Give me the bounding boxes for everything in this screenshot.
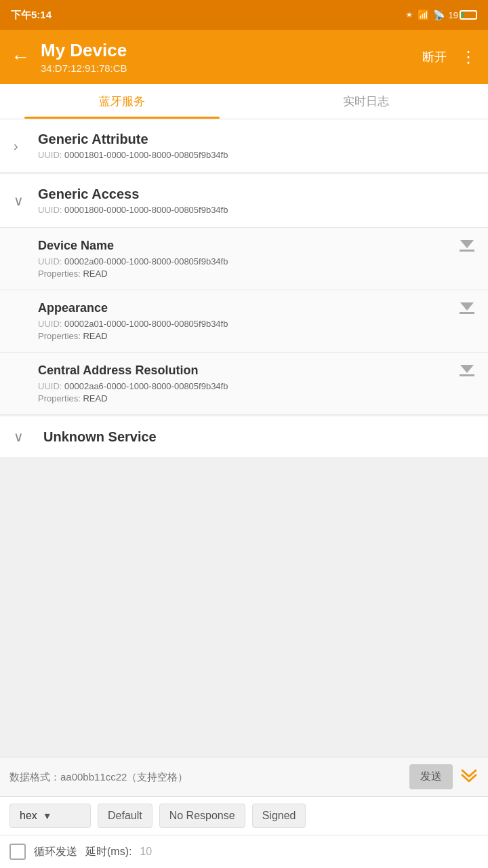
service-info: Generic Attribute UUID: 00001801-0000-10… xyxy=(38,132,474,160)
bottom-panel: 发送 hex ▼ Default No Response Signed 循环发送… xyxy=(0,757,488,868)
base-shape xyxy=(460,374,474,376)
delay-value[interactable]: 10 xyxy=(140,846,152,858)
char-actions xyxy=(453,363,474,376)
device-address: 34:D7:12:91:78:CB xyxy=(41,62,411,74)
loop-row: 循环发送 延时(ms): 10 xyxy=(0,835,488,868)
characteristic-device-name: Device Name UUID: 00002a00-0000-1000-800… xyxy=(0,228,488,290)
chevron-down-icon: ∨ xyxy=(14,429,33,445)
char-properties: Properties: READ xyxy=(38,269,453,279)
status-time: 下午5:14 xyxy=(11,9,52,22)
write-type-default[interactable]: Default xyxy=(98,804,152,828)
arrow-shape xyxy=(460,302,474,311)
char-uuid: UUID: 00002aa6-0000-1000-8000-00805f9b34… xyxy=(38,381,453,391)
char-properties: Properties: READ xyxy=(38,393,453,403)
characteristic-central-address: Central Address Resolution UUID: 00002aa… xyxy=(0,353,488,415)
char-uuid: UUID: 00002a01-0000-1000-8000-00805f9b34… xyxy=(38,319,453,329)
expand-icon[interactable] xyxy=(460,768,479,787)
more-menu-button[interactable]: ⋮ xyxy=(460,47,477,66)
characteristic-appearance: Appearance UUID: 00002a01-0000-1000-8000… xyxy=(0,290,488,353)
tab-log[interactable]: 实时日志 xyxy=(244,84,488,119)
service-name: Unknown Service xyxy=(43,429,157,445)
arrow-shape xyxy=(460,240,474,248)
char-info: Appearance UUID: 00002a01-0000-1000-8000… xyxy=(38,301,453,341)
disconnect-button[interactable]: 断开 xyxy=(422,49,447,65)
loop-checkbox[interactable] xyxy=(9,844,26,860)
wifi-icon: 📡 xyxy=(433,9,445,20)
app-header: ← My Device 34:D7:12:91:78:CB 断开 ⋮ xyxy=(0,30,488,84)
base-shape xyxy=(460,312,474,314)
header-title-block: My Device 34:D7:12:91:78:CB xyxy=(41,40,411,74)
tab-bluetooth[interactable]: 蓝牙服务 xyxy=(0,84,244,119)
char-name: Device Name xyxy=(38,239,453,253)
service-generic-attribute: › Generic Attribute UUID: 00001801-0000-… xyxy=(0,119,488,173)
char-info: Central Address Resolution UUID: 00002aa… xyxy=(38,363,453,403)
char-properties: Properties: READ xyxy=(38,331,453,341)
download-icon xyxy=(460,365,474,376)
char-info: Device Name UUID: 00002a00-0000-1000-800… xyxy=(38,239,453,279)
read-button[interactable] xyxy=(460,302,474,314)
battery-box xyxy=(460,10,477,20)
char-actions xyxy=(453,239,474,252)
battery-value: 19 xyxy=(449,10,458,20)
send-button[interactable]: 发送 xyxy=(409,764,453,789)
write-type-signed[interactable]: Signed xyxy=(252,804,306,828)
service-name: Generic Access xyxy=(38,186,474,202)
chevron-right-icon: › xyxy=(14,138,33,154)
delay-label: 延时(ms): xyxy=(85,845,131,859)
download-icon xyxy=(460,302,474,314)
data-input[interactable] xyxy=(9,771,403,783)
bluetooth-icon: ✴ xyxy=(405,9,413,20)
service-name: Generic Attribute xyxy=(38,132,474,147)
content-area: › Generic Attribute UUID: 00001801-0000-… xyxy=(0,119,488,580)
char-name: Central Address Resolution xyxy=(38,363,453,378)
tabs-bar: 蓝牙服务 实时日志 xyxy=(0,84,488,119)
chevron-down-icon: ∨ xyxy=(14,193,33,209)
base-shape xyxy=(460,250,474,252)
arrow-shape xyxy=(460,365,474,373)
char-uuid: UUID: 00002a00-0000-1000-8000-00805f9b34… xyxy=(38,256,453,267)
service-unknown-header[interactable]: ∨ Unknown Service xyxy=(0,416,488,457)
read-button[interactable] xyxy=(460,365,474,376)
header-actions: 断开 ⋮ xyxy=(422,47,477,66)
service-generic-attribute-header[interactable]: › Generic Attribute UUID: 00001801-0000-… xyxy=(0,119,488,173)
battery-indicator: 19 xyxy=(449,10,477,20)
service-generic-access: ∨ Generic Access UUID: 00001800-0000-100… xyxy=(0,174,488,415)
back-button[interactable]: ← xyxy=(11,46,30,68)
service-uuid: UUID: 00001801-0000-1000-8000-00805f9b34… xyxy=(38,150,474,160)
status-icons: ✴ 📶 📡 19 xyxy=(405,9,477,20)
char-name: Appearance xyxy=(38,301,453,315)
write-type-no-response[interactable]: No Response xyxy=(159,804,245,828)
device-title: My Device xyxy=(41,40,411,61)
status-bar: 下午5:14 ✴ 📶 📡 19 xyxy=(0,0,488,30)
format-select[interactable]: hex ▼ xyxy=(9,804,91,828)
signal-icon: 📶 xyxy=(418,9,429,20)
service-info: Generic Access UUID: 00001800-0000-1000-… xyxy=(38,186,474,215)
read-button[interactable] xyxy=(460,240,474,252)
char-actions xyxy=(453,301,474,314)
format-row: hex ▼ Default No Response Signed xyxy=(0,797,488,835)
download-icon xyxy=(460,240,474,252)
loop-label: 循环发送 xyxy=(34,845,77,859)
service-unknown: ∨ Unknown Service xyxy=(0,416,488,457)
format-chevron-icon: ▼ xyxy=(43,810,52,821)
input-row: 发送 xyxy=(0,757,488,797)
service-uuid: UUID: 00001800-0000-1000-8000-00805f9b34… xyxy=(38,205,474,215)
format-value: hex xyxy=(20,810,37,822)
service-generic-access-header[interactable]: ∨ Generic Access UUID: 00001800-0000-100… xyxy=(0,174,488,228)
